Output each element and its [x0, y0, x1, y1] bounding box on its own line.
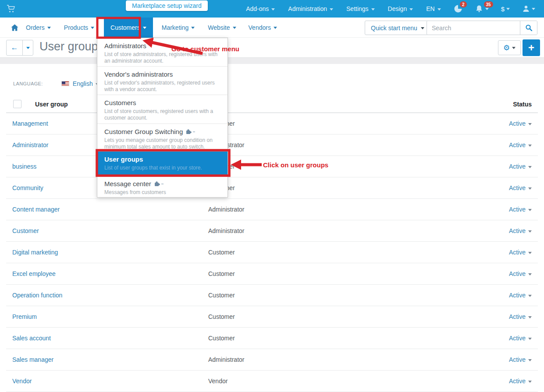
user-group-link[interactable]: Sales manager: [12, 356, 53, 363]
currency-menu[interactable]: $: [495, 0, 516, 18]
chevron-down-icon: [532, 8, 535, 10]
table-row: Management Customer Active: [6, 113, 538, 134]
marketplace-setup-wizard-button[interactable]: Marketplace setup wizard: [126, 0, 208, 11]
topbar-menu-item[interactable]: EN: [420, 0, 447, 18]
nav-item[interactable]: Orders: [26, 18, 51, 38]
status-dropdown[interactable]: Active: [509, 141, 532, 148]
chevron-down-icon: [191, 27, 195, 29]
chevron-down-icon: [26, 47, 30, 49]
nav-item[interactable]: Vendors: [249, 18, 277, 38]
status-dropdown[interactable]: Active: [509, 356, 532, 363]
topbar-menu-item[interactable]: Design: [381, 0, 420, 18]
customers-dropdown-menu: Administrators List of store administrat…: [97, 38, 228, 198]
user-group-type: Customer: [208, 313, 235, 320]
addon-puzzle-icon: [186, 129, 195, 134]
table-row: Administrator Administrator Active: [6, 134, 538, 156]
user-group-type: Administrator: [208, 227, 244, 234]
chevron-down-icon: [528, 187, 532, 190]
column-header-user-group: User group: [35, 101, 68, 108]
table-row: Content manager Administrator Active: [6, 199, 538, 220]
arrow-left-icon: ←: [11, 43, 18, 52]
nav-item[interactable]: Website: [208, 18, 236, 38]
settings-gear-button[interactable]: ⚙: [498, 40, 521, 55]
menu-item[interactable]: User groups List of user groups that exi…: [97, 151, 228, 176]
select-all-checkbox[interactable]: [13, 100, 21, 108]
back-button[interactable]: ←: [7, 40, 23, 55]
menu-item[interactable]: Customers List of store customers, regis…: [97, 95, 228, 124]
topbar-menu-item[interactable]: Add-ons: [239, 0, 281, 18]
status-dropdown[interactable]: Active: [509, 335, 532, 342]
status-dropdown[interactable]: Active: [509, 227, 532, 234]
back-history-dropdown[interactable]: [23, 40, 33, 55]
user-group-link[interactable]: Community: [12, 184, 43, 191]
language-dropdown[interactable]: English: [73, 80, 99, 87]
table-row: Customer Administrator Active: [6, 220, 538, 242]
back-split-button: ←: [6, 40, 33, 56]
user-group-link[interactable]: Customer: [12, 227, 39, 234]
chevron-down-icon: [528, 166, 532, 168]
notifications-menu[interactable]: 35: [469, 0, 495, 18]
user-group-link[interactable]: Digital marketing: [12, 249, 58, 256]
nav-item[interactable]: Customers: [104, 18, 153, 38]
user-group-type: Customer: [208, 335, 235, 342]
status-dropdown[interactable]: Active: [509, 249, 532, 256]
user-group-link[interactable]: business: [12, 163, 36, 170]
user-group-link[interactable]: Administrator: [12, 141, 48, 148]
user-group-type: Customer: [208, 249, 235, 256]
chevron-down-icon: [421, 27, 424, 29]
menu-item[interactable]: Customer Group Switching Lets you menage…: [97, 124, 228, 151]
table-header-row: User group Status: [6, 95, 538, 113]
quick-start-menu-button[interactable]: Quick start menu: [365, 21, 430, 35]
chevron-down-icon: [512, 47, 516, 49]
search-input[interactable]: [427, 21, 520, 35]
menu-item[interactable]: Vendor's administrators List of vendor's…: [97, 66, 228, 95]
chevron-down-icon: [409, 8, 413, 11]
user-group-link[interactable]: Sales account: [12, 335, 51, 342]
table-row: business Customer Active: [6, 156, 538, 177]
chevron-down-icon: [528, 273, 532, 275]
status-dropdown[interactable]: Active: [509, 378, 532, 385]
chevron-down-icon: [506, 8, 510, 10]
user-group-link[interactable]: Premium: [12, 313, 37, 320]
chevron-down-icon: [47, 27, 51, 29]
user-group-link[interactable]: Operation function: [12, 292, 62, 299]
status-dropdown[interactable]: Active: [509, 120, 532, 127]
topbar-menu-item[interactable]: Administration: [281, 0, 340, 18]
chevron-down-icon: [330, 8, 333, 11]
search-bar: [427, 21, 537, 35]
nav-item[interactable]: Marketing: [162, 18, 195, 38]
gear-icon: ⚙: [503, 44, 510, 52]
chevron-down-icon: [528, 338, 532, 340]
status-dropdown[interactable]: Active: [509, 313, 532, 320]
status-dropdown[interactable]: Active: [509, 163, 532, 170]
plus-icon: +: [528, 42, 534, 54]
table-row: Community Customer Active: [6, 177, 538, 199]
topbar-menu-item[interactable]: Settings: [340, 0, 381, 18]
language-selector-row: LANGUAGE: English: [13, 80, 99, 87]
currency-symbol: $: [501, 5, 505, 13]
chevron-down-icon: [528, 295, 532, 297]
user-group-link[interactable]: Management: [12, 120, 48, 127]
user-group-type: Customer: [208, 292, 235, 299]
account-menu[interactable]: [516, 0, 544, 18]
user-group-link[interactable]: Vendor: [12, 378, 32, 385]
nav-item[interactable]: Products: [64, 18, 94, 38]
user-group-link[interactable]: Excel employee: [12, 270, 56, 277]
updates-menu[interactable]: 2: [448, 0, 469, 18]
add-user-group-button[interactable]: +: [523, 39, 540, 56]
home-button[interactable]: [11, 18, 19, 38]
chevron-down-icon: [528, 316, 532, 318]
status-dropdown[interactable]: Active: [509, 270, 532, 277]
menu-item[interactable]: Administrators List of store administrat…: [97, 38, 228, 66]
status-dropdown[interactable]: Active: [509, 206, 532, 213]
us-flag-icon: [61, 81, 69, 86]
home-icon: [11, 24, 19, 32]
search-button[interactable]: [520, 21, 537, 35]
chevron-down-icon: [91, 27, 94, 29]
menu-item[interactable]: Message center Messages from customers: [97, 176, 228, 197]
topbar-menu: Add-ons Administration Settings Design E…: [239, 0, 544, 18]
user-group-link[interactable]: Content manager: [12, 206, 60, 213]
status-dropdown[interactable]: Active: [509, 184, 532, 191]
status-dropdown[interactable]: Active: [509, 292, 532, 299]
storefront-cart-icon[interactable]: [6, 4, 16, 13]
